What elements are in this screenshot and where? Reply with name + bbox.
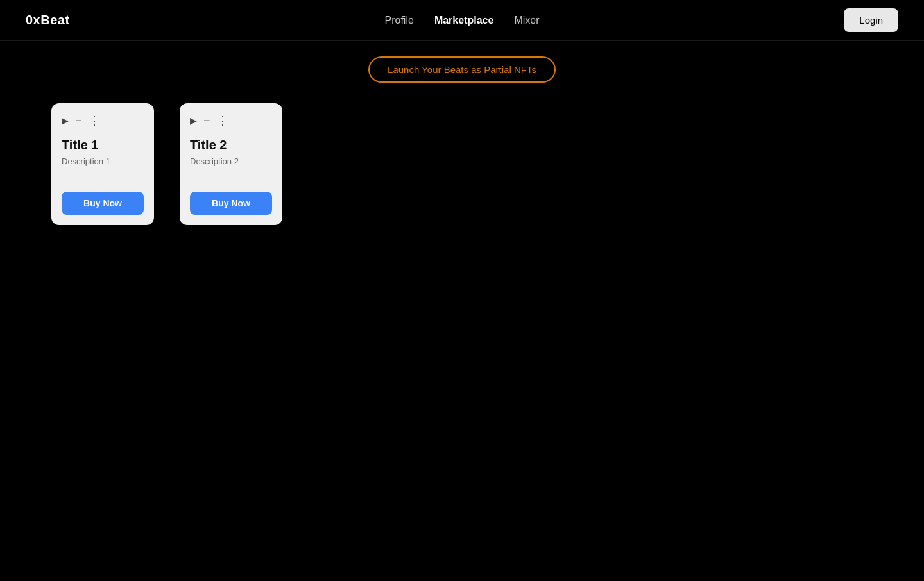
navbar: 0xBeat Profile Marketplace Mixer Login <box>0 0 924 41</box>
launch-nft-banner[interactable]: Launch Your Beats as Partial NFTs <box>368 56 556 83</box>
minus-icon-1[interactable]: − <box>75 114 82 128</box>
card-title-1: Title 1 <box>62 138 144 153</box>
card-description-2: Description 2 <box>190 156 272 166</box>
play-icon-1[interactable]: ▶ <box>62 115 69 126</box>
beat-card-2: ▶ − ⋮ Title 2 Description 2 Buy Now <box>180 103 282 225</box>
play-icon-2[interactable]: ▶ <box>190 115 197 126</box>
site-logo[interactable]: 0xBeat <box>26 13 70 28</box>
cards-container: ▶ − ⋮ Title 1 Description 1 Buy Now ▶ − … <box>51 103 873 225</box>
nav-item-profile[interactable]: Profile <box>385 15 414 26</box>
buy-now-button-1[interactable]: Buy Now <box>62 192 144 215</box>
buy-now-button-2[interactable]: Buy Now <box>190 192 272 215</box>
minus-icon-2[interactable]: − <box>203 114 210 128</box>
beat-card-1: ▶ − ⋮ Title 1 Description 1 Buy Now <box>51 103 154 225</box>
card-description-1: Description 1 <box>62 156 144 166</box>
card-controls-1: ▶ − ⋮ <box>62 114 144 128</box>
nav-links: Profile Marketplace Mixer <box>385 15 540 26</box>
nav-item-mixer[interactable]: Mixer <box>514 15 539 26</box>
card-title-2: Title 2 <box>190 138 272 153</box>
more-icon-2[interactable]: ⋮ <box>217 114 229 128</box>
more-icon-1[interactable]: ⋮ <box>89 114 101 128</box>
card-controls-2: ▶ − ⋮ <box>190 114 272 128</box>
nav-item-marketplace[interactable]: Marketplace <box>434 15 494 26</box>
main-content: Launch Your Beats as Partial NFTs ▶ − ⋮ … <box>0 41 924 240</box>
login-button[interactable]: Login <box>844 8 898 32</box>
